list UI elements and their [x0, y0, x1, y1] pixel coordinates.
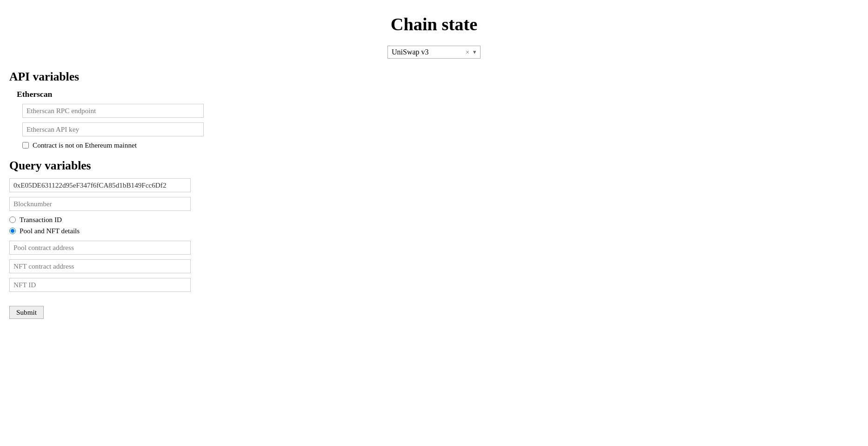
- etherscan-sub-heading: Etherscan: [17, 89, 859, 99]
- mainnet-checkbox-label: Contract is not on Ethereum mainnet: [33, 141, 137, 149]
- mainnet-checkbox-row: Contract is not on Ethereum mainnet: [22, 141, 859, 149]
- pool-nft-inputs: [9, 241, 859, 292]
- pool-nft-radio-label: Pool and NFT details: [20, 227, 80, 235]
- blocknumber-input[interactable]: [9, 197, 191, 211]
- transaction-id-radio[interactable]: [9, 216, 16, 223]
- address-input[interactable]: [9, 178, 191, 192]
- pool-contract-address-input[interactable]: [9, 241, 191, 255]
- dropdown-container: UniSwap v3 × ▾: [9, 46, 859, 59]
- content-area: API variables Etherscan Contract is not …: [9, 70, 859, 319]
- dropdown-selected-value: UniSwap v3: [392, 48, 462, 56]
- transaction-id-radio-label: Transaction ID: [20, 216, 62, 224]
- query-type-radio-group: Transaction ID Pool and NFT details: [9, 216, 859, 235]
- query-variables-section: Query variables Transaction ID Pool and …: [9, 159, 859, 292]
- nft-contract-address-input[interactable]: [9, 259, 191, 273]
- api-variables-heading: API variables: [9, 70, 859, 84]
- chevron-down-icon[interactable]: ▾: [473, 48, 476, 56]
- etherscan-api-key-input[interactable]: [22, 122, 204, 136]
- dropdown-clear-icon[interactable]: ×: [466, 48, 469, 56]
- query-variables-heading: Query variables: [9, 159, 859, 173]
- mainnet-checkbox[interactable]: [22, 142, 29, 149]
- nft-id-input[interactable]: [9, 278, 191, 292]
- submit-button[interactable]: Submit: [9, 306, 44, 319]
- pool-nft-radio-row: Pool and NFT details: [9, 227, 859, 235]
- pool-nft-radio[interactable]: [9, 228, 16, 234]
- page-header: Chain state: [9, 14, 859, 34]
- transaction-id-radio-row: Transaction ID: [9, 216, 859, 224]
- etherscan-rpc-endpoint-input[interactable]: [22, 104, 204, 118]
- etherscan-section: Etherscan Contract is not on Ethereum ma…: [9, 89, 859, 149]
- protocol-dropdown[interactable]: UniSwap v3 × ▾: [387, 46, 481, 59]
- api-variables-section: API variables Etherscan Contract is not …: [9, 70, 859, 149]
- page-title: Chain state: [9, 14, 859, 34]
